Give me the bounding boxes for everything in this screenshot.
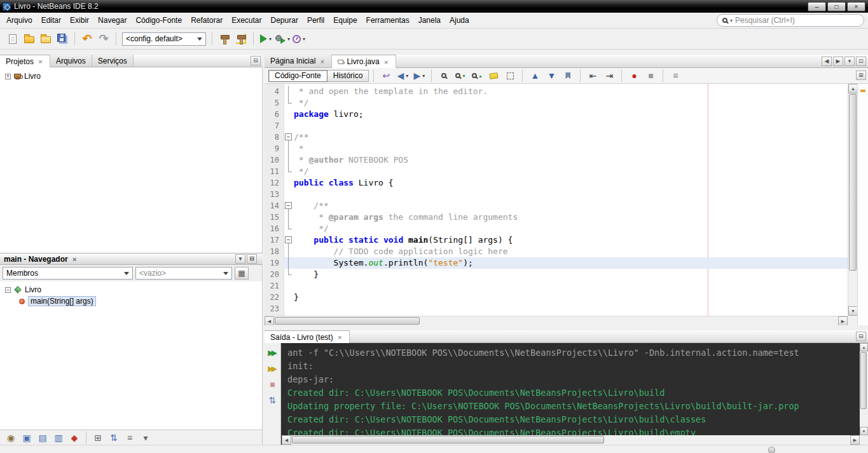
- fold-box-icon[interactable]: −: [285, 133, 292, 140]
- code-line[interactable]: 8−/**: [265, 132, 848, 143]
- quick-search-input[interactable]: ▾ Pesquisar (Ctrl+I): [717, 14, 864, 27]
- show-inner-classes-icon[interactable]: ◆: [67, 430, 82, 445]
- line-number[interactable]: 19: [265, 257, 284, 269]
- save-all-icon[interactable]: [55, 31, 70, 46]
- menu-item-codigo-fonte[interactable]: Código-Fonte: [131, 13, 186, 27]
- search-scope-dropdown-icon[interactable]: ▾: [730, 18, 733, 24]
- line-number[interactable]: 17: [265, 234, 284, 246]
- sort-by-name-icon[interactable]: ⇅: [106, 430, 121, 445]
- scroll-tabs-right-icon[interactable]: ▶: [833, 57, 843, 66]
- code-editor[interactable]: 4 * and open the template in the editor.…: [265, 84, 848, 316]
- menu-item-exibir[interactable]: Exibir: [65, 13, 93, 27]
- tab-output[interactable]: Saída - Livro (test) ×: [265, 330, 350, 343]
- code-line[interactable]: 4 * and open the template in the editor.: [265, 86, 848, 97]
- hscroll-thumb[interactable]: [275, 317, 420, 325]
- code-line[interactable]: 7: [265, 120, 848, 132]
- menu-item-ajuda[interactable]: Ajuda: [445, 13, 474, 27]
- navigator-menu-icon[interactable]: ▾: [235, 254, 245, 264]
- line-number[interactable]: 9: [265, 143, 284, 154]
- menu-item-janela[interactable]: Janela: [414, 13, 445, 27]
- fold-box-icon[interactable]: −: [285, 202, 292, 209]
- tab-arquivos[interactable]: Arquivos: [50, 55, 92, 67]
- build-project-icon[interactable]: [217, 31, 232, 46]
- tab-list-icon[interactable]: ▾: [844, 57, 855, 66]
- toggle-comment-icon[interactable]: ≡: [668, 68, 683, 83]
- show-non-public-members-icon[interactable]: ▥: [51, 430, 66, 445]
- fold-box-icon[interactable]: −: [285, 236, 292, 243]
- tree-node-project[interactable]: + Livro: [3, 71, 259, 82]
- status-notification-icon[interactable]: [768, 447, 775, 453]
- forward-icon[interactable]: ▶▾: [411, 68, 427, 83]
- find-icon[interactable]: [436, 68, 451, 83]
- show-fields-icon[interactable]: ▣: [19, 430, 34, 445]
- code-line[interactable]: 19 System.out.println("teste");: [265, 257, 848, 269]
- vscroll-thumb[interactable]: [849, 94, 857, 271]
- maximize-button[interactable]: □: [827, 2, 846, 11]
- code-line[interactable]: 21: [265, 280, 848, 292]
- show-inherited-members-icon[interactable]: ◉: [3, 430, 18, 445]
- line-number[interactable]: 5: [265, 97, 284, 109]
- toggle-highlight-icon[interactable]: [486, 68, 501, 83]
- scroll-right-icon[interactable]: ▶: [838, 316, 848, 326]
- view-codigo-fonte[interactable]: Código-Fonte: [268, 70, 327, 82]
- new-project-icon[interactable]: [22, 31, 37, 46]
- line-number[interactable]: 13: [265, 189, 284, 200]
- toggle-bookmark-icon[interactable]: [560, 68, 575, 83]
- view-historico[interactable]: Histórico: [327, 70, 369, 82]
- minimize-button[interactable]: –: [808, 2, 826, 11]
- show-static-members-icon[interactable]: ▤: [35, 430, 50, 445]
- warning-mark[interactable]: [860, 90, 865, 92]
- scroll-left-icon[interactable]: ◀: [282, 435, 291, 445]
- shift-line-left-icon[interactable]: ⇤: [585, 68, 600, 83]
- rerun-icon[interactable]: ▶▶: [266, 346, 279, 359]
- output-vscrollbar[interactable]: ▲ ▼: [860, 343, 868, 435]
- tab-close-icon[interactable]: ×: [37, 58, 44, 65]
- line-number[interactable]: 11: [265, 166, 284, 177]
- last-edit-position-icon[interactable]: ↩: [378, 68, 394, 83]
- debug-project-icon[interactable]: ▾: [275, 31, 290, 46]
- line-number[interactable]: 16: [265, 223, 284, 234]
- menu-item-editar[interactable]: Editar: [37, 13, 65, 27]
- code-line[interactable]: 22}: [265, 292, 848, 303]
- tab-servicos[interactable]: Serviços: [92, 55, 134, 67]
- config-select[interactable]: <config. default>: [122, 32, 206, 46]
- menu-item-navegar[interactable]: Navegar: [93, 13, 131, 27]
- code-line[interactable]: 13: [265, 189, 848, 200]
- expand-all-icon[interactable]: ⊞: [90, 430, 106, 445]
- undo-icon[interactable]: ↶: [79, 31, 95, 46]
- more-options-icon[interactable]: ▾: [138, 430, 153, 445]
- clean-build-project-icon[interactable]: [233, 31, 249, 46]
- back-icon[interactable]: ◀▾: [395, 68, 410, 83]
- rerun-with-different-parameters-icon[interactable]: ▶▶: [266, 362, 279, 375]
- output-vscroll-thumb[interactable]: [860, 352, 867, 409]
- minimize-output-icon[interactable]: ⊟: [856, 332, 866, 341]
- code-line[interactable]: 15 * @param args the command line argume…: [265, 212, 848, 223]
- shift-line-right-icon[interactable]: ⇥: [602, 68, 617, 83]
- line-number[interactable]: 18: [265, 246, 284, 257]
- run-project-icon[interactable]: ▾: [258, 31, 273, 46]
- menu-item-perfil[interactable]: Perfil: [303, 13, 329, 27]
- scroll-down-icon[interactable]: ▼: [848, 306, 858, 316]
- code-line[interactable]: 23: [265, 303, 848, 314]
- horizontal-splitter[interactable]: [265, 325, 868, 330]
- editor-vscrollbar[interactable]: ▲ ▼: [848, 84, 857, 316]
- start-macro-recording-icon[interactable]: ●: [626, 68, 642, 83]
- navigator-search-select[interactable]: <vazio>: [135, 267, 232, 280]
- navigator-tree[interactable]: − Livro main(String[] args): [0, 281, 263, 429]
- maximize-editor-icon[interactable]: ⊡: [856, 57, 866, 66]
- find-next-occurrence-icon[interactable]: ▼: [453, 68, 468, 83]
- scroll-tabs-left-icon[interactable]: ◀: [822, 57, 832, 66]
- line-number[interactable]: 4: [265, 86, 284, 97]
- code-line[interactable]: 16 */: [265, 223, 848, 234]
- tab-pagina-inicial[interactable]: Página Inicial×: [265, 55, 332, 67]
- scroll-up-icon[interactable]: ▲: [848, 84, 858, 93]
- scroll-left-icon[interactable]: ◀: [265, 316, 274, 326]
- tree-node-method[interactable]: main(String[] args): [3, 295, 259, 307]
- tab-projetos[interactable]: Projetos×: [0, 55, 50, 67]
- line-number[interactable]: 12: [265, 177, 284, 189]
- expand-icon[interactable]: +: [5, 74, 11, 79]
- open-project-icon[interactable]: [38, 31, 53, 46]
- menu-item-equipe[interactable]: Equipe: [329, 13, 361, 27]
- menu-item-arquivo[interactable]: Arquivo: [2, 13, 37, 27]
- stop-macro-recording-icon[interactable]: ■: [643, 68, 658, 83]
